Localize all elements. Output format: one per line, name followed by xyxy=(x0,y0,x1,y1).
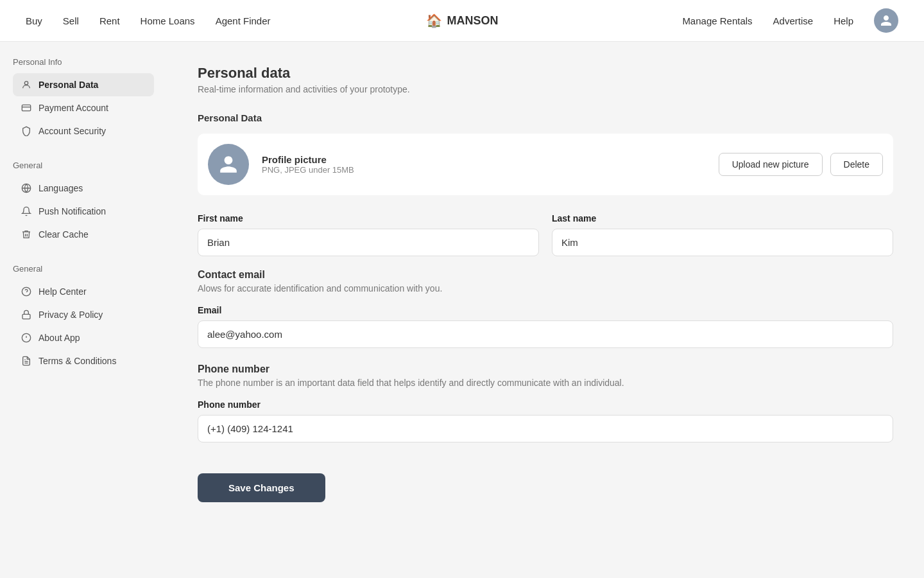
globe-icon xyxy=(21,182,32,194)
sidebar-personal-info-group: Personal Info Personal Data Payment Acco… xyxy=(13,57,154,143)
nav-right: Manage Rentals Advertise Help xyxy=(682,8,898,33)
sidebar-item-languages[interactable]: Languages xyxy=(13,177,154,200)
phone-label: Phone number xyxy=(198,399,893,410)
sidebar-clear-cache-label: Clear Cache xyxy=(38,229,89,240)
profile-picture-hint: PNG, JPEG under 15MB xyxy=(262,165,706,175)
svg-rect-1 xyxy=(22,105,30,110)
phone-group: Phone number xyxy=(198,399,893,442)
nav-help[interactable]: Help xyxy=(834,15,853,26)
shield-icon xyxy=(21,125,32,137)
svg-point-0 xyxy=(24,82,28,85)
sidebar: Personal Info Personal Data Payment Acco… xyxy=(0,42,167,578)
sidebar-item-about-app[interactable]: About App xyxy=(13,326,154,349)
info-icon xyxy=(21,332,32,344)
sidebar-item-personal-data[interactable]: Personal Data xyxy=(13,73,154,96)
logo-icon: 🏠 xyxy=(426,13,442,28)
phone-number-section: Phone number The phone number is an impo… xyxy=(198,363,893,442)
navbar: Buy Sell Rent Home Loans Agent Finder 🏠 … xyxy=(0,0,924,42)
nav-advertise[interactable]: Advertise xyxy=(773,15,814,26)
name-form-row: First name Last name xyxy=(198,213,893,256)
nav-sell[interactable]: Sell xyxy=(63,15,79,26)
sidebar-help-center-label: Help Center xyxy=(38,286,87,297)
sidebar-item-privacy-policy[interactable]: Privacy & Policy xyxy=(13,303,154,326)
phone-input[interactable] xyxy=(198,415,893,442)
person-icon xyxy=(21,79,32,91)
nav-manage-rentals[interactable]: Manage Rentals xyxy=(682,15,752,26)
payment-icon xyxy=(21,102,32,114)
last-name-group: Last name xyxy=(552,213,893,256)
avatar-actions: Upload new picture Delete xyxy=(719,153,883,176)
upload-picture-button[interactable]: Upload new picture xyxy=(719,153,823,176)
sidebar-security-label: Account Security xyxy=(38,126,106,136)
sidebar-item-account-security[interactable]: Account Security xyxy=(13,119,154,143)
phone-title: Phone number xyxy=(198,363,893,375)
user-avatar[interactable] xyxy=(874,8,898,33)
sidebar-item-terms[interactable]: Terms & Conditions xyxy=(13,349,154,372)
sidebar-item-clear-cache[interactable]: Clear Cache xyxy=(13,223,154,246)
delete-picture-button[interactable]: Delete xyxy=(830,153,883,176)
contact-email-title: Contact email xyxy=(198,269,893,281)
sidebar-item-push-notification[interactable]: Push Notification xyxy=(13,200,154,223)
first-name-input[interactable] xyxy=(198,229,539,256)
last-name-label: Last name xyxy=(552,213,893,223)
first-name-group: First name xyxy=(198,213,539,256)
first-name-label: First name xyxy=(198,213,539,223)
sidebar-item-help-center[interactable]: Help Center xyxy=(13,280,154,303)
sidebar-push-notif-label: Push Notification xyxy=(38,206,106,216)
sidebar-languages-label: Languages xyxy=(38,183,83,193)
last-name-input[interactable] xyxy=(552,229,893,256)
sidebar-general-title: General xyxy=(13,161,154,170)
layout: Personal Info Personal Data Payment Acco… xyxy=(0,42,924,578)
main-content: Personal data Real-time information and … xyxy=(167,42,924,578)
trash-icon xyxy=(21,229,32,240)
profile-picture-row: Profile picture PNG, JPEG under 15MB Upl… xyxy=(198,134,893,195)
avatar-circle xyxy=(208,144,249,185)
email-input[interactable] xyxy=(198,320,893,348)
nav-buy[interactable]: Buy xyxy=(26,15,42,26)
sidebar-about-app-label: About App xyxy=(38,333,80,343)
sidebar-item-payment-account[interactable]: Payment Account xyxy=(13,96,154,119)
email-group: Email xyxy=(198,305,893,348)
personal-data-section-label: Personal Data xyxy=(198,112,893,123)
lock-icon xyxy=(21,309,32,320)
sidebar-privacy-label: Privacy & Policy xyxy=(38,310,103,320)
sidebar-terms-label: Terms & Conditions xyxy=(38,356,116,366)
logo-text: MANSON xyxy=(447,14,499,28)
help-circle-icon xyxy=(21,286,32,297)
nav-logo: 🏠 MANSON xyxy=(426,13,499,28)
sidebar-payment-label: Payment Account xyxy=(38,103,108,113)
phone-subtitle: The phone number is an important data fi… xyxy=(198,378,893,388)
save-changes-button[interactable]: Save Changes xyxy=(198,473,325,502)
email-label: Email xyxy=(198,305,893,315)
page-subtitle: Real-time information and activities of … xyxy=(198,84,893,94)
doc-icon xyxy=(21,355,32,367)
sidebar-personal-info-title: Personal Info xyxy=(13,57,154,67)
nav-agent-finder[interactable]: Agent Finder xyxy=(216,15,271,26)
contact-email-subtitle: Alows for accurate identification and co… xyxy=(198,283,893,293)
profile-picture-title: Profile picture xyxy=(262,154,706,165)
sidebar-personal-data-label: Personal Data xyxy=(38,80,98,90)
nav-home-loans[interactable]: Home Loans xyxy=(141,15,195,26)
sidebar-general2-group: General Help Center Privacy & Policy Abo… xyxy=(13,264,154,372)
contact-email-section: Contact email Alows for accurate identif… xyxy=(198,269,893,348)
nav-rent[interactable]: Rent xyxy=(99,15,120,26)
page-title: Personal data xyxy=(198,65,893,82)
bell-icon xyxy=(21,206,32,217)
sidebar-general2-title: General xyxy=(13,264,154,274)
nav-left: Buy Sell Rent Home Loans Agent Finder xyxy=(26,15,271,26)
sidebar-general-group: General Languages Push Notification Clea… xyxy=(13,161,154,246)
avatar-info: Profile picture PNG, JPEG under 15MB xyxy=(262,154,706,175)
svg-rect-6 xyxy=(22,314,30,319)
